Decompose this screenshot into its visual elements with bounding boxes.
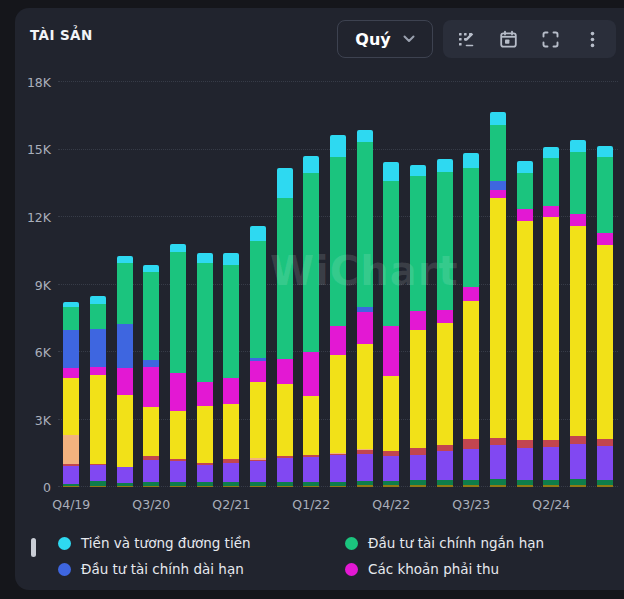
period-dropdown[interactable]: Quý [337, 20, 433, 58]
bar-segment-other-yellow[interactable] [570, 226, 586, 436]
bar-segment-dau-tu-tai-chinh-dai-han[interactable] [490, 181, 506, 190]
bar-segment-cac-khoan-phai-thu[interactable] [250, 361, 266, 381]
bar-segment-tien-va-tuong-duong-tien[interactable] [410, 165, 426, 176]
bar-segment-dau-tu-tai-chinh-ngan-han[interactable] [197, 263, 213, 382]
bar-segment-cac-khoan-phai-thu[interactable] [223, 378, 239, 403]
bar-segment-cac-khoan-phai-thu[interactable] [437, 310, 453, 324]
bar-segment-other-purple[interactable] [490, 445, 506, 479]
bar-segment-other-yellow[interactable] [90, 375, 106, 464]
bar-segment-other-purple[interactable] [277, 458, 293, 483]
bar-segment-other-yellow[interactable] [250, 382, 266, 458]
bar-segment-cac-khoan-phai-thu[interactable] [117, 368, 133, 395]
bar-segment-other-yellow[interactable] [197, 406, 213, 463]
bar-segment-other-olive[interactable] [437, 485, 453, 487]
bar-segment-dau-tu-tai-chinh-ngan-han[interactable] [143, 272, 159, 361]
bar-segment-tien-va-tuong-duong-tien[interactable] [330, 135, 346, 157]
bar-segment-other-yellow[interactable] [303, 396, 319, 455]
bar-segment-other-olive[interactable] [490, 485, 506, 487]
bar-segment-tien-va-tuong-duong-tien[interactable] [197, 253, 213, 263]
bar-segment-dau-tu-tai-chinh-ngan-han[interactable] [463, 168, 479, 288]
bar-segment-tien-va-tuong-duong-tien[interactable] [250, 226, 266, 241]
bar-segment-other-yellow[interactable] [543, 217, 559, 440]
bar-segment-other-yellow[interactable] [463, 301, 479, 439]
bar-segment-cac-khoan-phai-thu[interactable] [597, 233, 613, 245]
bar-segment-cac-khoan-phai-thu[interactable] [463, 287, 479, 301]
bar-segment-other-purple[interactable] [143, 460, 159, 482]
legend-item[interactable]: Đầu tư tài chính dài hạn [58, 558, 345, 580]
bar-segment-other-olive[interactable] [63, 486, 79, 487]
bar-segment-other-olive[interactable] [383, 485, 399, 487]
bar-segment-tien-va-tuong-duong-tien[interactable] [543, 147, 559, 159]
bar-segment-other-olive[interactable] [570, 485, 586, 487]
bar-segment-other-olive[interactable] [277, 486, 293, 487]
bar-segment-dau-tu-tai-chinh-ngan-han[interactable] [570, 152, 586, 214]
legend-scrollbar-thumb[interactable] [31, 538, 36, 557]
bar-segment-dau-tu-tai-chinh-ngan-han[interactable] [597, 157, 613, 233]
bar-segment-tien-va-tuong-duong-tien[interactable] [463, 153, 479, 167]
bar-segment-cac-khoan-phai-thu[interactable] [517, 209, 533, 221]
bar-segment-tien-va-tuong-duong-tien[interactable] [517, 161, 533, 173]
bar-segment-other-purple[interactable] [303, 457, 319, 482]
bar-segment-cac-khoan-phai-thu[interactable] [410, 311, 426, 330]
bar-segment-tien-va-tuong-duong-tien[interactable] [90, 296, 106, 304]
bar-segment-tien-va-tuong-duong-tien[interactable] [383, 162, 399, 181]
bar-segment-other-purple[interactable] [543, 447, 559, 480]
bar-segment-dau-tu-tai-chinh-ngan-han[interactable] [223, 265, 239, 378]
bar-segment-dau-tu-tai-chinh-ngan-han[interactable] [410, 176, 426, 311]
bar-segment-cac-khoan-phai-thu[interactable] [170, 373, 186, 411]
bar-segment-dau-tu-tai-chinh-dai-han[interactable] [117, 324, 133, 369]
bar-segment-other-yellow[interactable] [170, 411, 186, 459]
bar-segment-cac-khoan-phai-thu[interactable] [197, 382, 213, 406]
bar-segment-other-olive[interactable] [463, 485, 479, 487]
bar-segment-dau-tu-tai-chinh-ngan-han[interactable] [170, 252, 186, 373]
bar-segment-tien-va-tuong-duong-tien[interactable] [437, 159, 453, 172]
bar-segment-cac-khoan-phai-thu[interactable] [570, 214, 586, 226]
bar-segment-tien-va-tuong-duong-tien[interactable] [143, 265, 159, 272]
bar-segment-dau-tu-tai-chinh-ngan-han[interactable] [437, 172, 453, 310]
bar-segment-other-yellow[interactable] [330, 355, 346, 453]
bar-segment-other-olive[interactable] [90, 486, 106, 487]
bar-segment-other-olive[interactable] [250, 486, 266, 487]
bar-segment-other-purple[interactable] [170, 461, 186, 481]
bar-segment-tien-va-tuong-duong-tien[interactable] [277, 168, 293, 198]
bar-segment-other-olive[interactable] [517, 485, 533, 487]
bar-segment-other-olive[interactable] [170, 486, 186, 487]
bar-segment-tien-va-tuong-duong-tien[interactable] [490, 112, 506, 126]
bar-segment-other-purple[interactable] [597, 446, 613, 480]
bar-segment-other-purple[interactable] [517, 448, 533, 481]
legend-item[interactable]: Đầu tư tài chính ngắn hạn [345, 532, 618, 554]
bar-segment-other-olive[interactable] [543, 485, 559, 487]
legend-item[interactable]: Tiền và tương đương tiền [58, 532, 345, 554]
bar-segment-cac-khoan-phai-thu[interactable] [357, 312, 373, 344]
bar-segment-cac-khoan-phai-thu[interactable] [90, 367, 106, 375]
bar-segment-other-purple[interactable] [197, 465, 213, 482]
bar-segment-other-purple[interactable] [437, 451, 453, 480]
bar-segment-other-yellow[interactable] [383, 376, 399, 450]
bar-segment-tien-va-tuong-duong-tien[interactable] [117, 256, 133, 263]
bar-segment-other-yellow[interactable] [63, 378, 79, 434]
bar-segment-other-olive[interactable] [357, 485, 373, 487]
bar-segment-dau-tu-tai-chinh-ngan-han[interactable] [490, 125, 506, 181]
bar-segment-other-yellow[interactable] [277, 384, 293, 457]
bar-segment-other-yellow[interactable] [357, 344, 373, 449]
bar-segment-dau-tu-tai-chinh-ngan-han[interactable] [63, 307, 79, 330]
bar-segment-cac-khoan-phai-thu[interactable] [143, 367, 159, 407]
bar-segment-tien-va-tuong-duong-tien[interactable] [597, 146, 613, 157]
bar-segment-other-purple[interactable] [463, 449, 479, 479]
bar-segment-dau-tu-tai-chinh-ngan-han[interactable] [250, 241, 266, 358]
bar-segment-other-olive[interactable] [117, 486, 133, 487]
bar-segment-dau-tu-tai-chinh-dai-han[interactable] [63, 330, 79, 368]
bar-segment-other-purple[interactable] [63, 466, 79, 484]
bar-segment-tien-va-tuong-duong-tien[interactable] [170, 244, 186, 252]
bar-segment-other-olive[interactable] [330, 486, 346, 487]
bar-segment-other-yellow[interactable] [597, 245, 613, 439]
bar-segment-cac-khoan-phai-thu[interactable] [303, 352, 319, 396]
bar-segment-dau-tu-tai-chinh-ngan-han[interactable] [543, 158, 559, 205]
bar-segment-other-orange[interactable] [63, 435, 79, 465]
bar-segment-tien-va-tuong-duong-tien[interactable] [303, 156, 319, 173]
bar-segment-other-red[interactable] [463, 439, 479, 449]
more-options-icon[interactable] [583, 30, 602, 49]
bar-segment-other-purple[interactable] [383, 456, 399, 481]
bar-segment-other-red[interactable] [437, 445, 453, 452]
bar-segment-other-red[interactable] [410, 448, 426, 455]
